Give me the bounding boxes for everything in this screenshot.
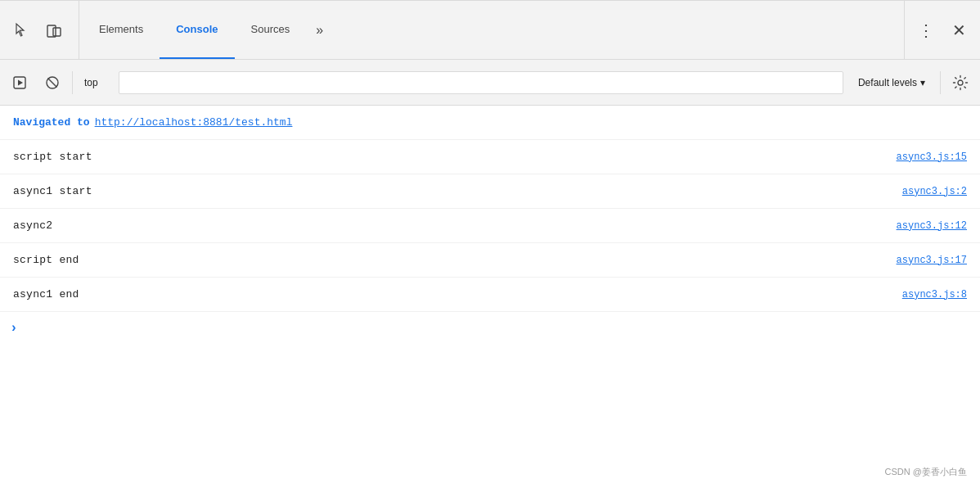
console-log-row-3: script end async3.js:17 xyxy=(0,243,980,278)
navigate-row: Navigated to http://localhost:8881/test.… xyxy=(0,106,980,140)
svg-rect-0 xyxy=(47,25,56,37)
close-button[interactable]: ✕ xyxy=(944,16,973,45)
console-prompt-icon: › xyxy=(10,321,18,336)
filter-input[interactable] xyxy=(119,71,843,94)
console-prompt-input[interactable] xyxy=(25,323,970,335)
more-tabs-button[interactable]: » xyxy=(306,1,333,59)
console-log-row-1: async1 start async3.js:2 xyxy=(0,174,980,209)
console-message: script start xyxy=(13,151,92,163)
svg-marker-3 xyxy=(18,79,23,85)
watermark: CSDN @姜香小白鱼 xyxy=(885,466,967,478)
console-source[interactable]: async3.js:17 xyxy=(897,255,967,266)
console-message: script end xyxy=(13,254,79,266)
console-source[interactable]: async3.js:2 xyxy=(902,186,967,197)
console-message: async1 start xyxy=(13,185,92,197)
tab-bar-right-icons: ⋮ ✕ xyxy=(904,1,973,59)
toolbar-divider xyxy=(72,71,73,94)
navigate-text: Navigated to http://localhost:8881/test.… xyxy=(13,116,292,129)
tab-elements[interactable]: Elements xyxy=(83,1,160,59)
block-requests-button[interactable] xyxy=(39,70,65,96)
console-log-row-2: async2 async3.js:12 xyxy=(0,209,980,243)
tab-sources[interactable]: Sources xyxy=(235,1,307,59)
navigate-url[interactable]: http://localhost:8881/test.html xyxy=(95,116,293,129)
tab-console[interactable]: Console xyxy=(160,1,234,59)
console-message: async1 end xyxy=(13,288,79,300)
context-selector[interactable]: top xyxy=(79,77,112,88)
console-output: Navigated to http://localhost:8881/test.… xyxy=(0,106,980,488)
console-message: async2 xyxy=(13,219,52,232)
console-source[interactable]: async3.js:15 xyxy=(897,151,967,163)
default-levels-dropdown[interactable]: Default levels ▾ xyxy=(850,74,933,92)
devtools-panel: Elements Console Sources » ⋮ ✕ xyxy=(0,0,980,488)
tabs-container: Elements Console Sources » xyxy=(83,1,904,59)
toolbar-divider-2 xyxy=(940,71,941,94)
svg-line-5 xyxy=(48,78,57,87)
console-log-row-0: script start async3.js:15 xyxy=(0,140,980,174)
clear-console-button[interactable] xyxy=(7,70,33,96)
console-source[interactable]: async3.js:12 xyxy=(897,220,967,232)
console-log-row-4: async1 end async3.js:8 xyxy=(0,278,980,312)
tab-bar: Elements Console Sources » ⋮ ✕ xyxy=(0,1,980,60)
more-options-button[interactable]: ⋮ xyxy=(911,16,941,45)
svg-point-6 xyxy=(958,80,963,85)
svg-rect-1 xyxy=(53,28,61,36)
left-icon-group xyxy=(7,1,79,59)
settings-button[interactable] xyxy=(947,70,973,96)
navigate-label: Navigated to xyxy=(13,116,90,129)
console-source[interactable]: async3.js:8 xyxy=(902,289,967,300)
cursor-tool-button[interactable] xyxy=(7,16,36,45)
console-prompt-row: › xyxy=(0,312,980,345)
console-toolbar: top Default levels ▾ xyxy=(0,60,980,106)
device-mode-button[interactable] xyxy=(39,16,69,45)
